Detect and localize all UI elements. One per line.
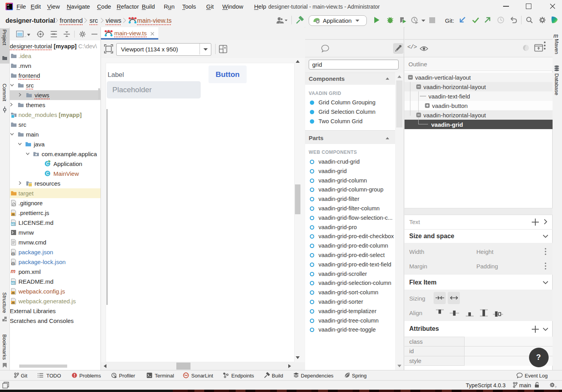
svg-text:JS: JS <box>11 213 15 216</box>
svg-text:C: C <box>46 171 49 176</box>
svg-text:MD: MD <box>11 223 15 226</box>
svg-text:JS: JS <box>11 301 15 304</box>
svg-text:?: ? <box>555 385 557 388</box>
svg-text:{}: {} <box>11 262 15 265</box>
svg-text:MD: MD <box>11 282 15 284</box>
svg-text:JS: JS <box>11 292 15 294</box>
svg-text:{}: {} <box>11 252 15 255</box>
